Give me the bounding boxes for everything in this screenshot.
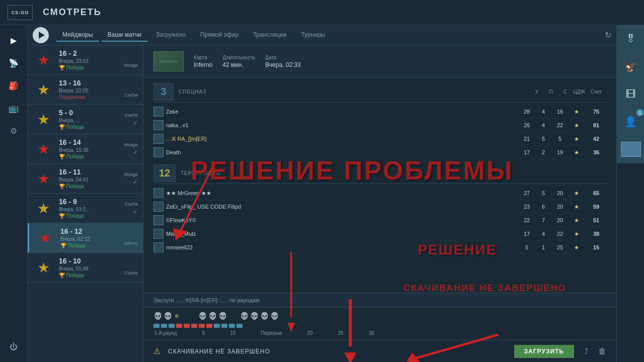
- awards-bar: Заслуги ......:K[RA·]m[ER]:::.... по рау…: [143, 293, 616, 307]
- top-bar: CS:GO СМОТРЕТЬ: [0, 0, 644, 25]
- play-button[interactable]: [33, 27, 49, 43]
- medal-star-icon: ★: [37, 259, 50, 276]
- match-item[interactable]: ★ 16 - 14 Вчера, 15:38 🏆 Победа Mirage ✓: [28, 134, 143, 164]
- match-result: 🏆 Победа: [59, 213, 120, 219]
- sidebar-icon-tv[interactable]: 📺: [4, 98, 24, 118]
- round-label: 30: [369, 330, 374, 336]
- stat-stars: ★: [570, 204, 584, 210]
- delete-icon[interactable]: 🗑: [598, 347, 606, 356]
- right-avatar-film[interactable]: 🎞: [617, 80, 644, 108]
- stat-score: 65: [586, 190, 606, 196]
- match-score: 5 - 0: [59, 109, 120, 117]
- col-header-kills: У: [530, 89, 544, 95]
- round-bar-segment: [153, 324, 159, 328]
- tab-majors[interactable]: Мейджоры: [56, 29, 99, 42]
- refresh-button[interactable]: ↻: [605, 30, 611, 40]
- match-info: 16 - 14 Вчера, 15:38 🏆 Победа: [59, 138, 119, 159]
- medal-star-icon: ★: [37, 52, 50, 68]
- map-label: Mirage: [124, 142, 138, 147]
- right-avatar-screenshot[interactable]: [617, 136, 644, 163]
- match-meta: Вчера, 03:2..: [59, 207, 120, 212]
- col-header-score: Счет: [586, 89, 606, 95]
- stat-kills: 22: [520, 217, 534, 223]
- match-meta: Вчера, 15:38: [59, 147, 119, 153]
- match-score: 16 - 11: [59, 168, 119, 176]
- player-row: ★★ MrGreen ★★ 27 5 20 ★ 65: [153, 187, 606, 200]
- stat-score: 15: [586, 244, 606, 250]
- badge-count: 1: [636, 109, 643, 116]
- round-bar-segment: [161, 324, 167, 328]
- player-name: Zeke: [166, 109, 517, 115]
- col-headers: У П С ЦДЖ Счет: [530, 89, 606, 95]
- match-result: Поражение: [59, 95, 120, 100]
- match-item[interactable]: ★ 13 - 16 Вчера, 22:05 Поражение Cache: [28, 75, 143, 105]
- map-thumbnail: INFERNO: [153, 51, 184, 71]
- tab-uploaded[interactable]: Загружено: [150, 29, 192, 42]
- sidebar-icon-bag[interactable]: 🎒: [4, 75, 24, 96]
- match-info: 16 - 11 Вчера, 04:41 🏆 Победа: [59, 168, 119, 189]
- match-info: 16 - 9 Вчера, 03:2.. 🏆 Победа: [59, 198, 120, 219]
- right-avatar-user[interactable]: 👤 1: [617, 108, 644, 136]
- date-label: Дата: [265, 55, 301, 60]
- player-avatar: [153, 147, 164, 157]
- match-result: 🏆 Победа: [59, 273, 120, 278]
- round-bar-segment: [236, 324, 243, 328]
- stat-score: 81: [586, 122, 606, 128]
- match-result: 🏆 Победа: [59, 65, 119, 70]
- tab-tournaments[interactable]: Турниры: [295, 29, 331, 42]
- stat-deaths: 2: [536, 149, 550, 155]
- ct-team-section: 3 СПЕЦНАЗ У П С ЦДЖ Счет: [153, 83, 606, 159]
- right-avatar-rank[interactable]: 🎖: [617, 25, 644, 53]
- map-label: Cache: [125, 202, 138, 207]
- match-side-info: Mirage ✓: [124, 172, 138, 186]
- detail-panel: INFERNO Карта Inferno Длительность 42 ми…: [143, 45, 616, 362]
- stat-score: 75: [586, 109, 606, 115]
- round-bar-segment: [221, 324, 227, 328]
- t-team-section: 12 ТЕРРОРИСТЫ ★★ MrGreen ★★ 27 5 20 ★ 65: [153, 164, 606, 254]
- t-team-name: ТЕРРОРИСТЫ: [181, 170, 220, 176]
- match-medal: ★: [33, 79, 54, 100]
- sidebar-icon-play[interactable]: ▶: [4, 30, 24, 50]
- tab-live[interactable]: Прямой эфир: [194, 29, 245, 42]
- match-item-selected[interactable]: ★ 16 - 12 Вчера, 02:33 🏆 Победа Inferno: [28, 223, 143, 253]
- round-bar-segment: [199, 324, 205, 328]
- match-item[interactable]: ★ 16 - 11 Вчера, 04:41 🏆 Победа Mirage ✓: [28, 164, 143, 194]
- share-icon[interactable]: ⤴: [584, 347, 588, 356]
- round-skull-icon: 💀: [153, 312, 162, 320]
- match-item[interactable]: ★ 16 - 2 Вчера, 23:03 🏆 Победа Mirage: [28, 45, 143, 75]
- round-skull-icon: 💀: [208, 312, 217, 320]
- match-meta: Вчера, 01:48: [59, 266, 120, 272]
- player-name: mmseeli22: [166, 244, 517, 250]
- match-list: ★ 16 - 2 Вчера, 23:03 🏆 Победа Mirage ★: [28, 45, 143, 362]
- date-info-group: Дата Вчера, 02:33: [265, 55, 301, 68]
- player-name: ★★ MrGreen ★★: [166, 190, 517, 197]
- stat-stars: ★: [570, 231, 584, 237]
- stat-deaths: 5: [536, 190, 550, 196]
- player-avatar: [153, 215, 164, 225]
- right-avatar-badge[interactable]: 🦅: [617, 53, 644, 80]
- round-bar-segment: [184, 324, 190, 328]
- sidebar-icon-radio[interactable]: 📡: [4, 53, 24, 73]
- match-score: 16 - 10: [59, 257, 120, 265]
- player-avatar: [153, 188, 164, 198]
- tab-your-matches[interactable]: Ваши матчи: [102, 29, 147, 42]
- match-item[interactable]: ★ 16 - 10 Вчера, 01:48 🏆 Победа Cache: [28, 253, 143, 283]
- stat-kills: 28: [520, 109, 534, 115]
- right-panel: 🎖 🦅 🎞 👤 1: [616, 25, 644, 362]
- tab-broadcasts[interactable]: Трансляции: [247, 29, 292, 42]
- stat-assists: 16: [553, 109, 567, 115]
- download-button[interactable]: ЗАГРУЗИТЬ: [514, 345, 574, 358]
- player-row: Zeke 28 4 16 ★ 75: [153, 105, 606, 119]
- round-labels: 1-й раунд 5 10 Перерыв 20 25 30: [153, 330, 606, 336]
- sidebar-power-icon[interactable]: ⏻: [4, 337, 24, 357]
- match-meta: Вчера, 04:41: [59, 177, 119, 183]
- round-label: Перерыв: [261, 330, 282, 336]
- match-info: 16 - 12 Вчера, 02:33 🏆 Победа: [60, 227, 119, 248]
- match-item[interactable]: ★ 5 - 0 Вчера, ... 🏆 Победа Cache ✓: [28, 105, 143, 134]
- match-item[interactable]: ★ 16 - 9 Вчера, 03:2.. 🏆 Победа Cache ✓: [28, 194, 143, 223]
- player-row: naka...v1 26 4 22 ★ 81: [153, 119, 606, 132]
- player-avatar: [153, 120, 164, 130]
- round-bar-ct: [153, 324, 606, 328]
- sidebar-icon-settings[interactable]: ⚙: [4, 121, 24, 141]
- match-score: 16 - 9: [59, 198, 120, 206]
